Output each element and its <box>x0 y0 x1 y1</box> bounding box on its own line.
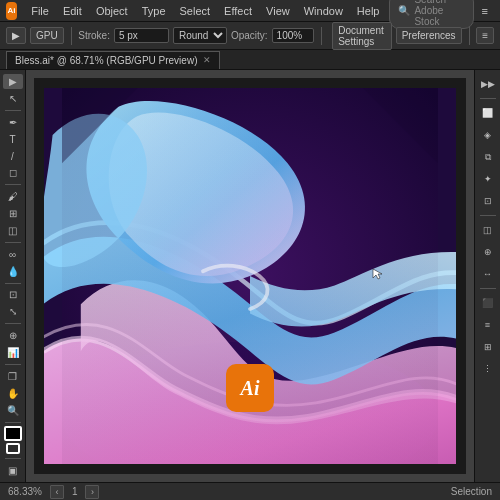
right-panel: ▶▶ ⬜ ◈ ⧉ ✦ ⊡ ◫ ⊕ ↔ ⬛ ≡ ⊞ ⋮ <box>474 70 500 482</box>
tool-mesh[interactable]: ⊞ <box>3 206 23 221</box>
left-toolbar: ▶ ↖ ✒ T / ◻ 🖌 ⊞ ◫ ∞ 💧 ⊡ ⤡ ⊕ 📊 ❐ ✋ 🔍 ▣ <box>0 70 26 482</box>
menu-view[interactable]: View <box>260 3 296 19</box>
tool-graph[interactable]: 📊 <box>3 345 23 360</box>
app-icon: Ai <box>6 2 17 20</box>
tool-shape[interactable]: ◻ <box>3 166 23 181</box>
menu-type[interactable]: Type <box>136 3 172 19</box>
tool-sep-2 <box>5 184 21 185</box>
opacity-label: Opacity: <box>231 30 268 41</box>
menu-edit[interactable]: Edit <box>57 3 88 19</box>
tool-sep-6 <box>5 364 21 365</box>
menu-bar: Ai File Edit Object Type Select Effect V… <box>0 0 500 22</box>
tool-paint[interactable]: 🖌 <box>3 189 23 204</box>
tool-sep-8 <box>5 458 21 459</box>
tool-zoom[interactable]: 🔍 <box>3 403 23 418</box>
status-bar: 68.33% ‹ 1 › Selection <box>0 482 500 500</box>
panel-btn-7[interactable]: ◫ <box>478 220 498 240</box>
stroke-type-select[interactable]: Round Miter Bevel <box>173 27 227 44</box>
doc-settings-btn[interactable]: Document Settings <box>332 22 392 50</box>
panel-btn-5[interactable]: ✦ <box>478 169 498 189</box>
search-label: Search Adobe Stock <box>414 0 464 27</box>
tab-close-btn[interactable]: ✕ <box>203 55 211 65</box>
tool-eyedrop[interactable]: 💧 <box>3 264 23 279</box>
selection-status: Selection <box>451 486 492 497</box>
tool-select[interactable]: ▶ <box>3 74 23 89</box>
panel-sep-2 <box>480 215 496 216</box>
tool-screen-mode[interactable]: ▣ <box>3 463 23 478</box>
search-bar[interactable]: 🔍 Search Adobe Stock <box>389 0 473 29</box>
tool-blend[interactable]: ∞ <box>3 247 23 262</box>
toolbar-sep-3 <box>469 27 470 45</box>
tool-sep-3 <box>5 242 21 243</box>
panel-btn-13[interactable]: ⋮ <box>478 359 498 379</box>
tool-fill[interactable] <box>4 426 22 440</box>
tool-stroke[interactable] <box>6 443 20 454</box>
toolbar-sep-2 <box>321 27 322 45</box>
tool-sep-7 <box>5 422 21 423</box>
panel-btn-11[interactable]: ≡ <box>478 315 498 335</box>
active-tab[interactable]: Bless.ai* @ 68.71% (RGB/GPU Preview) ✕ <box>6 51 220 69</box>
tool-symbol[interactable]: ⊕ <box>3 328 23 343</box>
tool-gradient[interactable]: ◫ <box>3 223 23 238</box>
tool-line[interactable]: / <box>3 149 23 164</box>
panel-btn-2[interactable]: ⬜ <box>478 103 498 123</box>
toolbar-mode[interactable]: GPU <box>30 27 64 44</box>
page-indicator: 1 <box>72 486 78 497</box>
ai-logo-text: Ai <box>241 377 260 400</box>
panel-btn-3[interactable]: ◈ <box>478 125 498 145</box>
tool-sep-4 <box>5 283 21 284</box>
tab-filename: Bless.ai* @ 68.71% (RGB/GPU Preview) <box>15 55 197 66</box>
panel-btn-12[interactable]: ⊞ <box>478 337 498 357</box>
menu-effect[interactable]: Effect <box>218 3 258 19</box>
tool-warp[interactable]: ⤡ <box>3 304 23 319</box>
tool-sep-5 <box>5 323 21 324</box>
panel-btn-10[interactable]: ⬛ <box>478 293 498 313</box>
panel-btn-4[interactable]: ⧉ <box>478 147 498 167</box>
menu-extra[interactable]: ≡ <box>476 3 494 19</box>
panel-btn-6[interactable]: ⊡ <box>478 191 498 211</box>
tool-pen[interactable]: ✒ <box>3 115 23 130</box>
panel-btn-9[interactable]: ↔ <box>478 264 498 284</box>
tool-scale[interactable]: ⊡ <box>3 287 23 302</box>
preferences-btn[interactable]: Preferences <box>396 27 462 44</box>
menu-window[interactable]: Window <box>298 3 349 19</box>
menu-help[interactable]: Help <box>351 3 386 19</box>
stroke-label: Stroke: <box>78 30 110 41</box>
search-icon: 🔍 <box>398 5 410 16</box>
ai-logo-overlay: Ai <box>226 364 274 412</box>
canvas-area: Ai <box>26 70 474 482</box>
tool-direct-select[interactable]: ↖ <box>3 91 23 106</box>
tool-hand[interactable]: ✋ <box>3 386 23 401</box>
arrange-btn[interactable]: ≡ <box>476 27 494 44</box>
tool-sep-1 <box>5 110 21 111</box>
panel-btn-1[interactable]: ▶▶ <box>478 74 498 94</box>
zoom-display: 68.33% <box>8 486 42 497</box>
menu-object[interactable]: Object <box>90 3 134 19</box>
main-layout: ▶ ↖ ✒ T / ◻ 🖌 ⊞ ◫ ∞ 💧 ⊡ ⤡ ⊕ 📊 ❐ ✋ 🔍 ▣ <box>0 70 500 482</box>
tab-bar: Bless.ai* @ 68.71% (RGB/GPU Preview) ✕ <box>0 50 500 70</box>
toolbar: ▶ GPU Stroke: Round Miter Bevel Opacity:… <box>0 22 500 50</box>
artwork-canvas[interactable]: Ai <box>44 88 456 464</box>
menu-select[interactable]: Select <box>174 3 217 19</box>
zoom-value: 68.33% <box>8 486 42 497</box>
panel-sep-3 <box>480 288 496 289</box>
prev-page-btn[interactable]: ‹ <box>50 485 64 499</box>
menu-file[interactable]: File <box>25 3 55 19</box>
toolbar-arrow[interactable]: ▶ <box>6 27 26 44</box>
tool-artboard[interactable]: ❐ <box>3 369 23 384</box>
panel-btn-8[interactable]: ⊕ <box>478 242 498 262</box>
next-page-btn[interactable]: › <box>85 485 99 499</box>
stroke-input[interactable] <box>114 28 169 43</box>
panel-sep-1 <box>480 98 496 99</box>
toolbar-sep-1 <box>71 27 72 45</box>
tool-type[interactable]: T <box>3 132 23 147</box>
opacity-input[interactable] <box>272 28 314 43</box>
